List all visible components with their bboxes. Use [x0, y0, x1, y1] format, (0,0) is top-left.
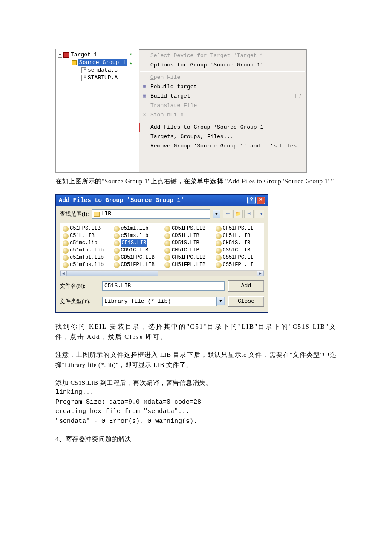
- add-files-dialog: Add Files to Group 'Source Group 1' ? × …: [55, 194, 268, 313]
- c-file-icon: [81, 67, 86, 73]
- lib-file-icon: [63, 226, 69, 232]
- ide-screenshot: − Target 1 − Source Group 1 sendata.c ST…: [55, 49, 307, 173]
- file-item[interactable]: CH51C.LIB: [164, 247, 210, 254]
- scroll-left-icon[interactable]: ◀: [60, 271, 67, 276]
- dropdown-icon[interactable]: ▼: [213, 210, 220, 218]
- lib-file-icon: [164, 262, 170, 268]
- collapse-icon[interactable]: −: [58, 53, 62, 58]
- tree-target-label: Target 1: [71, 51, 97, 59]
- folder-icon: [94, 212, 100, 217]
- group-folder-icon: [72, 60, 77, 65]
- file-item[interactable]: CS51FPC.LI: [216, 254, 262, 261]
- file-name: CD51FPL.LIB: [121, 261, 155, 269]
- up-folder-icon[interactable]: 📁: [233, 210, 243, 218]
- lib-file-icon: [216, 248, 222, 254]
- filetype-combo[interactable]: Library file (*.lib): [102, 297, 217, 306]
- file-item[interactable]: CD51FPS.LIB: [164, 225, 210, 232]
- menu-rebuild-target[interactable]: ▦ Rebuild target: [139, 82, 306, 92]
- close-button[interactable]: ×: [257, 197, 265, 204]
- menu-add-files[interactable]: Add Files to Group 'Source Group 1': [139, 123, 306, 132]
- lib-file-icon: [114, 248, 120, 254]
- menu-targets-groups[interactable]: Targets, Groups, Files...: [139, 132, 306, 142]
- look-in-row: 查找范围(I): LIB ▼ ⇦ 📁 ✳ ☰▾: [60, 209, 264, 219]
- lib-file-icon: [216, 233, 222, 239]
- menu-shortcut: F7: [295, 92, 302, 101]
- scroll-track[interactable]: [67, 271, 257, 276]
- tree-file-label: STARTUP.A: [88, 74, 118, 82]
- lib-file-icon: [114, 226, 120, 232]
- view-menu-icon[interactable]: ☰▾: [255, 210, 264, 218]
- file-col-3: CH51FPS.LICH51L.LIBCH51S.LIBCS51C.LIBCS5…: [213, 223, 264, 270]
- file-item[interactable]: C51FPS.LIB: [63, 225, 109, 232]
- tree-target-row[interactable]: − Target 1: [57, 51, 127, 59]
- build-icon: ▦: [141, 93, 148, 100]
- file-list[interactable]: C51FPS.LIBC51L.LIBc51mc.libc51mfpc.libc5…: [60, 223, 264, 276]
- lib-file-icon: [63, 255, 69, 261]
- rebuild-icon: ▦: [141, 84, 148, 90]
- file-item[interactable]: CD51C.LIB: [114, 247, 160, 254]
- tree-file-label: sendata.c: [88, 66, 118, 74]
- menu-remove-group[interactable]: Remove Group 'Source Group 1' and it's F…: [139, 142, 306, 151]
- look-in-folder: LIB: [101, 210, 111, 219]
- lib-file-icon: [63, 233, 69, 239]
- file-item[interactable]: C51L.LIB: [63, 232, 109, 240]
- back-icon[interactable]: ⇦: [223, 210, 232, 218]
- code-comment-star: *: [129, 62, 133, 69]
- file-item[interactable]: c51mfpc.lib: [63, 247, 109, 254]
- file-item[interactable]: CH51S.LIB: [216, 240, 262, 247]
- menu-build-target[interactable]: ▦ Build target F7: [139, 92, 306, 101]
- collapse-icon[interactable]: −: [66, 61, 70, 65]
- editor-pane: * 测试用工程 * 创建时间：2009.8.14: [128, 49, 139, 172]
- file-item[interactable]: c51mfps.lib: [63, 261, 109, 269]
- tree-file-row[interactable]: sendata.c: [57, 66, 127, 74]
- help-button[interactable]: ?: [247, 197, 256, 204]
- tree-file-row[interactable]: STARTUP.A: [57, 74, 127, 82]
- file-item[interactable]: c51mc.lib: [63, 240, 109, 247]
- code-comment-star: *: [129, 52, 133, 59]
- lib-file-icon: [63, 240, 69, 246]
- file-item[interactable]: CH51FPL.LIB: [164, 261, 210, 269]
- tree-group-row[interactable]: − Source Group 1: [57, 59, 127, 66]
- lib-file-icon: [164, 226, 170, 232]
- lib-file-icon: [164, 233, 170, 239]
- file-item[interactable]: C51S.LIB: [114, 240, 160, 247]
- file-item[interactable]: c51ms.lib: [114, 232, 160, 240]
- file-item[interactable]: CD51FPC.LIB: [114, 254, 160, 261]
- look-in-combo[interactable]: LIB: [92, 209, 210, 219]
- file-item[interactable]: c51ml.lib: [114, 225, 160, 232]
- horizontal-scrollbar[interactable]: ◀ ▶: [60, 270, 264, 276]
- stop-icon: ✕: [141, 112, 148, 119]
- filename-input[interactable]: C51S.LIB: [102, 281, 225, 291]
- scroll-right-icon[interactable]: ▶: [257, 271, 264, 276]
- filetype-label: 文件类型(T):: [60, 297, 99, 306]
- lib-file-icon: [216, 262, 222, 268]
- file-item[interactable]: CS51C.LIB: [216, 247, 262, 254]
- file-col-2: CD51FPS.LIBCD51L.LIBCD51S.LIBCH51C.LIBCH…: [162, 223, 213, 270]
- filename-label: 文件名(N):: [60, 282, 99, 291]
- file-col-0: C51FPS.LIBC51L.LIBc51mc.libc51mfpc.libc5…: [60, 223, 111, 270]
- scroll-thumb[interactable]: [67, 271, 158, 276]
- lib-file-icon: [164, 255, 170, 261]
- dialog-title: Add Files to Group 'Source Group 1': [59, 196, 184, 205]
- file-item[interactable]: CD51FPL.LIB: [114, 261, 160, 269]
- menu-separator: [140, 71, 305, 72]
- menu-separator: [140, 121, 305, 121]
- lib-file-icon: [216, 240, 222, 246]
- file-item[interactable]: CH51FPC.LIB: [164, 254, 210, 261]
- file-item[interactable]: CD51S.LIB: [164, 240, 210, 247]
- dialog-titlebar: Add Files to Group 'Source Group 1' ? ×: [56, 195, 268, 206]
- file-item[interactable]: CS51FPL.LI: [216, 261, 262, 269]
- new-folder-icon[interactable]: ✳: [244, 210, 254, 218]
- file-item[interactable]: CH51L.LIB: [216, 232, 262, 240]
- close-dialog-button[interactable]: Close: [228, 296, 264, 307]
- file-item[interactable]: CD51L.LIB: [164, 232, 210, 240]
- file-item[interactable]: CH51FPS.LI: [216, 225, 262, 232]
- file-item[interactable]: c51mfpl.lib: [63, 254, 109, 261]
- lib-file-icon: [63, 248, 69, 254]
- menu-select-device: Select Device for Target 'Target 1': [139, 51, 306, 61]
- menu-options-group[interactable]: Options for Group 'Source Group 1': [139, 61, 306, 70]
- add-button[interactable]: Add: [228, 280, 264, 292]
- dropdown-icon[interactable]: ▼: [217, 297, 225, 305]
- lib-file-icon: [114, 233, 120, 239]
- paragraph-2: 找到你的 KEIL 安装目录，选择其中的"C51"目录下的"LIB"目录下的"C…: [55, 321, 337, 342]
